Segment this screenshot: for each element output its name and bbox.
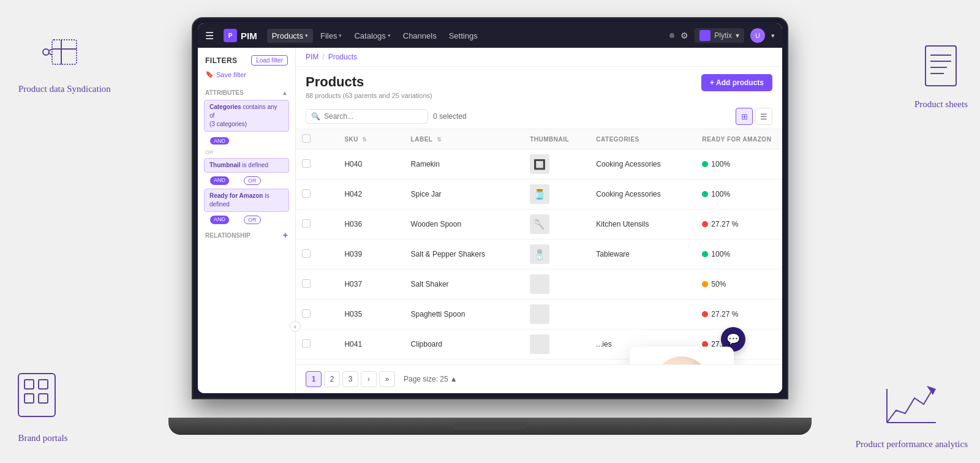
row-category: Cooking Acessories [590, 149, 696, 179]
svg-rect-6 [925, 46, 956, 86]
attributes-chevron-icon[interactable]: ▲ [282, 89, 288, 96]
row-category: Cooking Acessories [590, 179, 696, 209]
grid-view-button[interactable]: ⊞ [736, 108, 753, 125]
annotation-bottom-left: Brand portals [12, 371, 74, 445]
annotation-top-left: Product data Syndication [18, 34, 111, 96]
list-view-button[interactable]: ☰ [755, 108, 772, 125]
row-label: Spaghetti Spoon [405, 299, 524, 329]
svg-rect-12 [24, 380, 34, 389]
sku-sort-icon: ⇅ [362, 137, 368, 143]
brand-selector[interactable]: Plytix ▾ [695, 28, 744, 43]
app-container: ☰ P PIM Products ▾ Files ▾ [198, 23, 782, 393]
status-dot-orange [702, 281, 708, 287]
nav-products[interactable]: Products ▾ [267, 29, 313, 43]
svg-rect-0 [52, 40, 77, 64]
page-1-button[interactable]: 1 [306, 371, 322, 387]
col-sku[interactable]: SKU ⇅ [338, 129, 404, 149]
amazon-status: 27.27 % [702, 220, 776, 228]
search-box[interactable]: 🔍 [306, 109, 428, 124]
row-category: Tableware [590, 239, 696, 269]
page-2-button[interactable]: 2 [324, 371, 340, 387]
row-checkbox[interactable] [302, 279, 311, 288]
filters-sidebar: Filters Load filter 🔖 Save filter Attrib… [198, 48, 296, 393]
nav-catalogs[interactable]: Catalogs ▾ [349, 29, 395, 43]
table-row: H036 Wooden Spoon 🥄 Kitchen Utensils 27.… [296, 209, 782, 239]
nav-files[interactable]: Files ▾ [315, 29, 347, 43]
svg-rect-14 [24, 394, 34, 403]
main-area: Filters Load filter 🔖 Save filter Attrib… [198, 48, 782, 393]
amazon-filter: Ready for Amazon is defined [204, 189, 289, 212]
last-page-button[interactable]: » [379, 371, 395, 387]
brand-logo [699, 30, 710, 41]
hamburger-icon[interactable]: ☰ [205, 30, 214, 42]
select-all-checkbox[interactable] [302, 134, 311, 143]
laptop-base [168, 418, 812, 435]
view-toggle: ⊞ ☰ [736, 108, 772, 125]
search-input[interactable] [324, 112, 423, 121]
products-table: SKU ⇅ LABEL ⇅ THUMBNAIL CATEGORIES READY… [296, 129, 782, 364]
amazon-status: 100% [702, 190, 776, 198]
row-checkbox[interactable] [302, 189, 311, 198]
status-dot-green [702, 251, 708, 257]
settings-icon[interactable]: ⚙ [680, 31, 688, 40]
main-nav: Products ▾ Files ▾ Catalogs ▾ Channels [267, 29, 483, 43]
screen-inner: ☰ P PIM Products ▾ Files ▾ [198, 23, 782, 393]
brand-arrow-icon: ▾ [736, 31, 739, 40]
row-sku: H037 [338, 269, 404, 299]
filters-title: Filters [205, 56, 238, 65]
thumbnail-filter: Thumbnail is defined [204, 158, 289, 173]
relationship-section: Relationship + [198, 228, 295, 243]
col-label[interactable]: LABEL ⇅ [405, 129, 524, 149]
amazon-status: 27.27 % [702, 310, 776, 318]
row-thumbnail [530, 334, 549, 354]
row-checkbox[interactable] [302, 249, 311, 258]
add-products-button[interactable]: + Add products [701, 74, 772, 91]
content-area: PIM / Products Products 88 products (63 … [296, 48, 782, 393]
row-label: Salt Shaker [405, 269, 524, 299]
page-subtitle: 88 products (63 parents and 25 variation… [306, 92, 432, 99]
breadcrumb-pim[interactable]: PIM [306, 53, 318, 61]
row-category [590, 299, 696, 329]
page-3-button[interactable]: 3 [342, 371, 358, 387]
row-sku: H041 [338, 329, 404, 359]
row-checkbox[interactable] [302, 219, 311, 228]
row-thumbnail: 🫙 [530, 184, 549, 204]
next-page-button[interactable]: › [361, 371, 377, 387]
col-categories: CATEGORIES [590, 129, 696, 149]
user-avatar[interactable]: U [750, 28, 765, 43]
sidebar-collapse-button[interactable]: ‹ [290, 321, 301, 332]
chat-icon: 💬 [726, 333, 740, 346]
toolbar: 🔍 0 selected ⊞ ☰ [296, 104, 782, 129]
save-filter-label: Save filter [216, 71, 246, 78]
avatar-arrow-icon[interactable]: ▾ [771, 32, 775, 40]
save-filter-row[interactable]: 🔖 Save filter [198, 70, 295, 85]
laptop-screen: ☰ P PIM Products ▾ Files ▾ [193, 18, 787, 398]
tooltip-plate-image [654, 356, 709, 364]
amazon-status: 50% [702, 280, 776, 288]
annotation-bottom-right: Product performance analytics [856, 383, 968, 451]
row-checkbox[interactable] [302, 159, 311, 168]
nav-channels[interactable]: Channels [398, 29, 442, 43]
load-filter-button[interactable]: Load filter [251, 55, 288, 66]
or-divider-1: OR [198, 148, 295, 157]
add-relationship-icon[interactable]: + [283, 230, 288, 240]
logo-text: PIM [241, 31, 257, 41]
thumbnail-tooltip: Table are [630, 347, 734, 364]
status-dot-green [702, 161, 708, 167]
row-thumbnail [530, 274, 549, 294]
sidebar-header: Filters Load filter [198, 55, 295, 70]
page-size-selector[interactable]: Page size: 25 ▲ [404, 375, 458, 383]
label-sort-icon: ⇅ [437, 137, 442, 143]
nav-settings[interactable]: Settings [444, 29, 483, 43]
col-check [296, 129, 338, 149]
row-sku: H035 [338, 299, 404, 329]
row-checkbox[interactable] [302, 339, 311, 348]
row-category: Kitchen Utensils [590, 209, 696, 239]
row-thumbnail: 🧂 [530, 244, 549, 264]
svg-line-5 [49, 53, 52, 55]
row-label: Salt & Pepper Shakers [405, 239, 524, 269]
row-checkbox[interactable] [302, 309, 311, 318]
row-sku: H039 [338, 239, 404, 269]
breadcrumb-products: Products [328, 53, 357, 61]
row-thumbnail [530, 304, 549, 324]
